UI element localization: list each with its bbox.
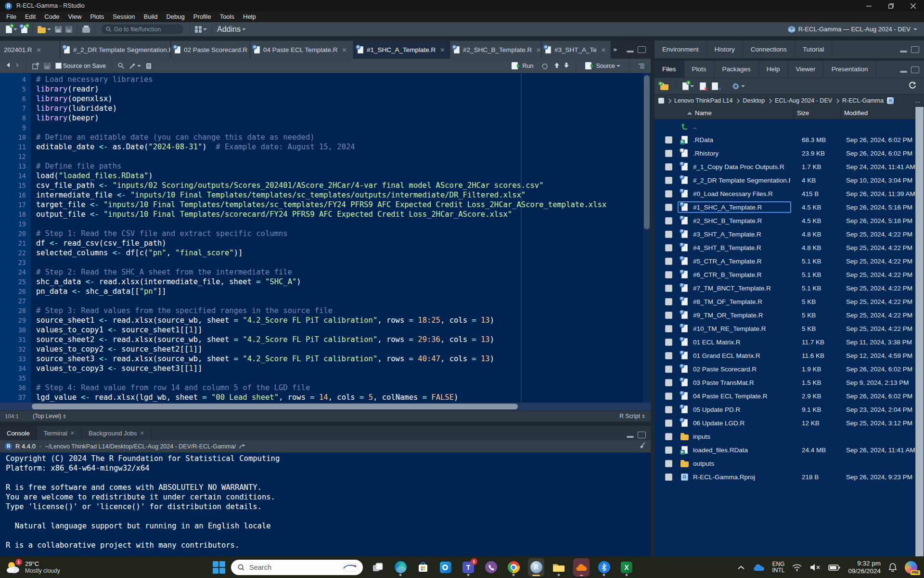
breadcrumb-item[interactable]: R-ECL-Gamma: [842, 97, 884, 104]
editor-tab[interactable]: 202401.R✕: [0, 41, 60, 59]
breadcrumb-item[interactable]: Desktop: [743, 97, 765, 104]
pane-splitter[interactable]: [651, 37, 654, 556]
file-name-cell[interactable]: inputs: [678, 431, 791, 442]
file-row[interactable]: R#_2_DR Template Segmentation.R4 KBSep 1…: [654, 173, 924, 187]
menu-profile[interactable]: Profile: [189, 12, 216, 22]
file-checkbox[interactable]: [665, 163, 672, 171]
file-row[interactable]: R03 Paste TransMat.R1.5 KBSep 9, 2024, 2…: [654, 376, 924, 389]
console-tab-terminal[interactable]: Terminal✕: [37, 426, 82, 440]
document-outline-button[interactable]: [636, 60, 647, 72]
file-name-cell[interactable]: R#0_Load Necessary Files.R: [678, 188, 791, 199]
save-button[interactable]: [53, 23, 64, 36]
scrollbar-thumb[interactable]: [32, 404, 518, 409]
minimize-pane-icon[interactable]: [900, 71, 907, 73]
editor-tab[interactable]: R#1_SHC_A_Template.R✕: [354, 41, 450, 59]
file-name-cell[interactable]: R06 Update LGD.R: [678, 417, 791, 429]
new-blank-file-button[interactable]: +: [680, 80, 696, 92]
file-row[interactable]: R02 Paste Scorecard.R1.9 KBSep 26, 2024,…: [654, 362, 924, 376]
file-name-cell[interactable]: R#10_TM_RE_Template.R: [678, 323, 791, 334]
taskbar-app-edge[interactable]: [392, 558, 409, 577]
breadcrumb-item[interactable]: ECL-Aug 2024 - DEV: [775, 97, 832, 104]
file-checkbox[interactable]: [665, 217, 672, 224]
tab-packages[interactable]: Packages: [715, 61, 759, 78]
column-size[interactable]: Size: [797, 109, 809, 117]
weather-widget[interactable]: 1 29°C Mostly cloudy: [0, 560, 102, 575]
open-in-new-window-button[interactable]: [30, 60, 41, 72]
code-line[interactable]: 28# Step 3: Read values from the specifi…: [0, 306, 606, 315]
run-next-button[interactable]: [564, 62, 569, 70]
project-menu-button[interactable]: R R-ECL-Gamma — ECL-Aug 2024 - DEV: [788, 26, 924, 33]
source-on-save-checkbox[interactable]: Source on Save: [53, 60, 108, 72]
taskbar-app-rstudio[interactable]: R: [528, 558, 544, 577]
file-name-cell[interactable]: outputs: [678, 458, 791, 469]
file-checkbox[interactable]: [665, 460, 672, 467]
tab-close-icon[interactable]: ✕: [140, 430, 144, 436]
column-modified[interactable]: Modified: [844, 109, 868, 117]
file-row[interactable]: outputs: [654, 457, 924, 470]
run-button[interactable]: Run: [510, 60, 535, 72]
file-row[interactable]: R#5_CTR_A_Template.R5.1 KBSep 25, 2024, …: [654, 254, 924, 268]
code-line[interactable]: 23: [0, 258, 606, 267]
addins-button[interactable]: Addins: [215, 23, 248, 36]
tab-tutorial[interactable]: Tutorial: [795, 40, 833, 58]
file-row[interactable]: R#3_SHT_A_Template.R4.8 KBSep 25, 2024, …: [654, 227, 924, 241]
file-name-cell[interactable]: R#6_CTR_B_Template.R: [678, 269, 791, 280]
tab-presentation[interactable]: Presentation: [824, 61, 876, 78]
code-line[interactable]: 27: [0, 296, 606, 306]
tab-help[interactable]: Help: [759, 61, 788, 78]
find-replace-button[interactable]: [116, 60, 126, 72]
tab-overflow-chevrons[interactable]: »: [613, 40, 616, 59]
tab-viewer[interactable]: Viewer: [788, 61, 824, 78]
close-button[interactable]: [902, 0, 924, 12]
tray-expand-icon[interactable]: [737, 565, 745, 570]
tab-close-icon[interactable]: ✕: [440, 47, 445, 53]
rerun-button[interactable]: [539, 60, 550, 72]
file-name-cell[interactable]: R#7_TM_BNCT_Template.R: [678, 282, 791, 294]
code-line[interactable]: 16intermediate_file <- "inputs/10 Final …: [0, 190, 606, 200]
code-line[interactable]: 9: [0, 123, 606, 132]
menu-edit[interactable]: Edit: [21, 12, 40, 22]
tab-files[interactable]: Files: [654, 61, 684, 78]
file-name-cell[interactable]: R#1_SHC_A_Template.R: [678, 201, 791, 213]
file-row[interactable]: R04 Paste ECL Template.R2.9 KBSep 26, 20…: [654, 389, 924, 403]
console-output[interactable]: Copyright (C) 2024 The R Foundation for …: [0, 453, 651, 556]
file-checkbox[interactable]: [665, 379, 672, 386]
code-line[interactable]: 18output_file <- "inputs/10 Final Templa…: [0, 210, 606, 219]
taskbar-app-task-view[interactable]: [370, 558, 386, 577]
tab-close-icon[interactable]: ✕: [536, 47, 541, 53]
file-name-cell[interactable]: ..: [678, 120, 791, 132]
code-line[interactable]: 13# Define file paths: [0, 161, 606, 171]
file-name-cell[interactable]: R.RData: [678, 134, 791, 145]
file-name-cell[interactable]: R02 Paste Scorecard.R: [678, 363, 791, 375]
file-name-cell[interactable]: R#9_TM_OR_Template.R: [678, 309, 791, 321]
tab-plots[interactable]: Plots: [684, 61, 715, 78]
minimize-button[interactable]: [858, 0, 880, 12]
new-file-button[interactable]: +: [4, 23, 19, 36]
console-tab-background-jobs[interactable]: Background Jobs✕: [82, 426, 152, 440]
code-line[interactable]: 4# Load necessary libraries: [0, 75, 606, 84]
file-checkbox[interactable]: [665, 352, 672, 359]
file-checkbox[interactable]: [665, 298, 672, 305]
save-all-button[interactable]: [64, 23, 74, 36]
compile-report-button[interactable]: [144, 60, 154, 72]
code-line[interactable]: 15csv_file_path <- "inputs/02 Scoring/ou…: [0, 181, 606, 190]
file-name-cell[interactable]: R#4_SHT_B_Template.R: [678, 242, 791, 253]
taskbar-search[interactable]: Search: [231, 560, 363, 575]
file-row[interactable]: R05 Update PD.R9.1 KBSep 23, 2024, 2:04 …: [654, 403, 924, 416]
code-line[interactable]: 14load("loaded_files.RData"): [0, 171, 606, 181]
forward-button[interactable]: [13, 62, 22, 69]
file-checkbox[interactable]: [665, 325, 672, 332]
file-checkbox[interactable]: [665, 473, 672, 481]
maximize-pane-icon[interactable]: [911, 46, 919, 53]
code-line[interactable]: 12: [0, 152, 606, 161]
tab-history[interactable]: History: [707, 40, 743, 58]
file-name-cell[interactable]: R#_2_DR Template Segmentation.R: [678, 174, 791, 186]
taskbar-app-viber[interactable]: [483, 558, 499, 577]
taskbar-app-file-explorer[interactable]: [551, 558, 567, 577]
clock[interactable]: 9:32 pm09/26/2024: [848, 560, 881, 575]
file-checkbox[interactable]: [665, 244, 672, 251]
source-button[interactable]: Source: [583, 60, 622, 72]
onedrive-icon[interactable]: [752, 563, 765, 572]
file-row[interactable]: R#_1_Copy Data Proc Outputs.R1.7 KBSep 2…: [654, 160, 924, 173]
code-line[interactable]: 21df <- read_csv(csv_file_path): [0, 238, 606, 248]
